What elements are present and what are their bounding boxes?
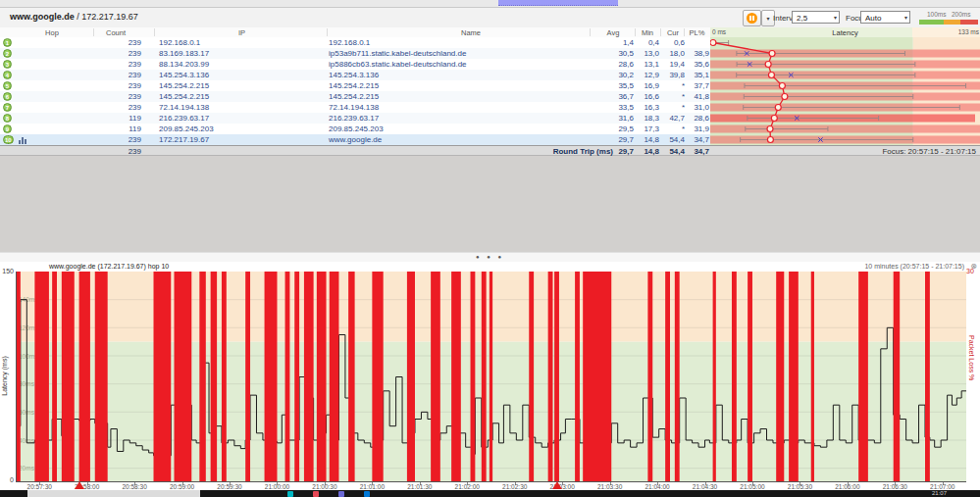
x-axis-tick-label: 20:59:30	[208, 483, 251, 490]
x-axis-tick-label: 20:57:30	[18, 483, 61, 490]
hop-ip: 72.14.194.138	[159, 103, 209, 112]
hop-avg: 29,5	[593, 124, 634, 133]
header-name[interactable]: Name	[329, 28, 613, 37]
hop-avg: 30,2	[593, 71, 634, 79]
footer-pl: 34,7	[687, 147, 709, 156]
hop-min: 16,3	[636, 103, 659, 112]
toolbar: www.google.de / 172.217.19.67 ▾ Interval…	[0, 8, 980, 28]
hop-packet-loss: 41,8	[687, 92, 709, 101]
hop-avg: 33,5	[593, 103, 634, 112]
taskbar-app-icon[interactable]	[338, 491, 344, 497]
taskbar-app-icon[interactable]	[287, 491, 293, 497]
timeline-range-label[interactable]: 10 minutes (20:57:15 - 21:07:15)	[864, 263, 964, 270]
hop-min: 12,9	[636, 71, 659, 79]
hop-name: 145.254.2.215	[329, 81, 379, 90]
header-cur[interactable]: Cur	[661, 28, 685, 37]
y-axis-max-label: 150	[1, 268, 14, 274]
hop-min: 16,9	[636, 81, 659, 90]
trace-latency-graph	[710, 37, 980, 145]
focus-value: Auto	[865, 14, 881, 23]
pause-icon	[747, 13, 757, 24]
x-axis-tick-label: 21:04:00	[636, 483, 679, 490]
hop-packet-loss: 35,1	[687, 71, 709, 79]
header-ip[interactable]: IP	[157, 28, 327, 37]
hop-packet-loss: 35,6	[687, 60, 709, 69]
header-count[interactable]: Count	[96, 28, 135, 37]
hop-name: 72.14.194.138	[329, 103, 379, 112]
x-axis-tick-label: 21:05:00	[731, 483, 774, 490]
hop-ip: 192.168.0.1	[159, 38, 200, 47]
taskbar-clock: 21:07	[932, 490, 947, 496]
target-title: www.google.de / 172.217.19.67	[10, 12, 138, 22]
x-axis-tick-label: 21:06:00	[826, 483, 869, 490]
legend-color-segment	[960, 20, 978, 25]
timeline-plot[interactable]: 140ms120ms100ms80ms60ms40ms20ms	[16, 272, 966, 482]
x-axis-tick-label: 21:01:00	[350, 483, 393, 490]
hop-ip: 145.254.2.215	[159, 81, 209, 90]
chevron-down-icon: ▾	[834, 12, 837, 25]
hop-ip: 145.254.2.215	[159, 92, 209, 101]
hop-number-badge: 5	[3, 81, 12, 90]
taskbar-app-icon[interactable]	[313, 491, 319, 497]
svg-text:20ms: 20ms	[19, 465, 35, 472]
hop-ip: 145.254.3.136	[159, 71, 209, 79]
splitter-dots-icon: ● ● ●	[0, 254, 980, 260]
x-axis-tick-label: 21:02:00	[445, 483, 489, 490]
alert-marker-icon[interactable]	[75, 481, 84, 489]
hop-cur: 42,7	[663, 114, 685, 123]
hop-packet-loss: 31,9	[687, 124, 709, 133]
timeline-graph-panel: www.google.de (172.217.19.67) hop 10 10 …	[0, 262, 980, 490]
hop-min: 16,6	[636, 92, 659, 101]
pause-button[interactable]	[743, 10, 761, 26]
target-host: www.google.de	[10, 12, 75, 22]
hop-name: www.google.de	[329, 135, 382, 144]
hop-count: 239	[98, 38, 141, 47]
hop-count: 119	[98, 114, 141, 123]
interval-select[interactable]: 2,5 seconds▾	[792, 11, 840, 24]
hop-min: 13,0	[636, 49, 659, 58]
taskbar-window-segment	[27, 490, 200, 497]
legend-label-200ms: 200ms	[952, 11, 971, 18]
hop-cur: 39,8	[663, 71, 685, 79]
hop-cur: *	[663, 103, 685, 112]
y-axis-title: Latency (ms)	[1, 347, 8, 406]
hop-ip: 88.134.203.99	[159, 60, 209, 69]
hop-number-badge: 1	[3, 38, 12, 47]
header-hop[interactable]: Hop	[29, 28, 75, 37]
x-axis-tick-label: 20:59:00	[161, 483, 204, 490]
hop-avg: 36,7	[593, 92, 634, 101]
hop-packet-loss: 31,0	[687, 103, 709, 112]
hop-name: 145.254.2.215	[329, 92, 379, 101]
packet-loss-axis-title: Packet Loss %	[968, 335, 975, 380]
hop-cur: *	[663, 92, 685, 101]
hop-count: 239	[98, 81, 141, 90]
background-window-selection	[498, 0, 618, 6]
hop-number-badge: 10	[3, 135, 14, 144]
legend-label-100ms: 100ms	[927, 11, 947, 18]
focused-hop-graph-icon	[19, 137, 28, 144]
hop-min: 17,3	[636, 124, 659, 133]
focus-select[interactable]: Auto▾	[860, 11, 910, 24]
taskbar-app-icon[interactable]	[364, 491, 370, 497]
alert-marker-icon[interactable]	[552, 481, 562, 489]
hop-cur: *	[663, 124, 685, 133]
hop-avg: 30,5	[593, 49, 634, 58]
x-axis-tick-label: 21:03:30	[589, 483, 632, 490]
header-min[interactable]: Min	[636, 28, 659, 37]
hop-count: 119	[98, 124, 141, 133]
header-pl[interactable]: PL%	[685, 28, 709, 37]
hop-number-badge: 4	[3, 71, 12, 79]
hop-count: 239	[98, 135, 141, 144]
x-axis-tick-label: 21:04:30	[684, 483, 727, 490]
footer-cur: 54,4	[663, 147, 685, 156]
taskbar-sliver[interactable]: 21:07	[0, 490, 980, 497]
x-axis-tick-label: 21:00:30	[303, 483, 346, 490]
header-avg[interactable]: Avg	[593, 28, 634, 37]
hop-min: 0,4	[636, 38, 659, 47]
x-axis-tick-label: 21:07:00	[921, 483, 964, 490]
hop-count: 239	[98, 92, 141, 101]
hop-packet-loss: 37,7	[687, 81, 709, 90]
target-ip: / 172.217.19.67	[75, 12, 138, 22]
x-axis-tick-label: 21:06:30	[873, 483, 916, 490]
hop-packet-loss: 38,9	[687, 49, 709, 58]
